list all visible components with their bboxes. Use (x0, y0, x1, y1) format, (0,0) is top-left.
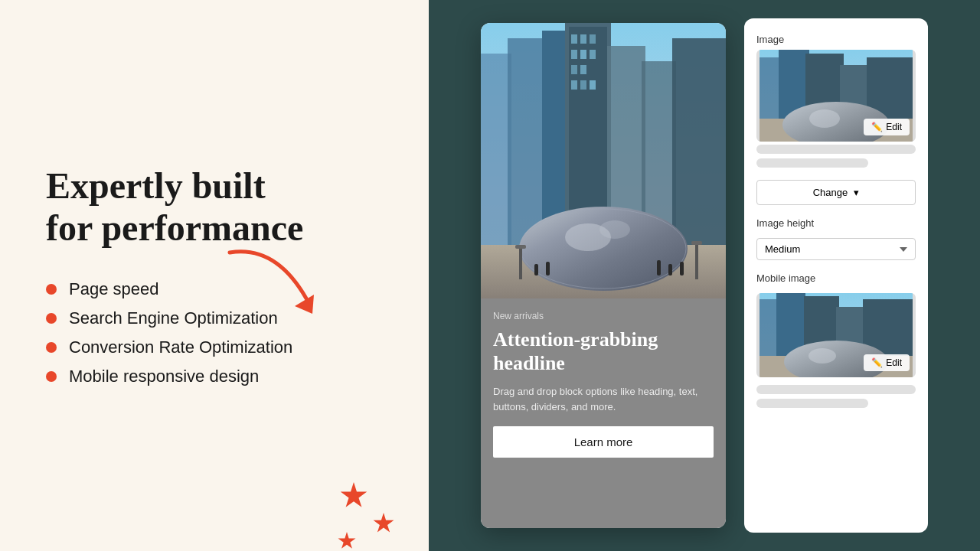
image-section: Image (756, 34, 916, 168)
pencil-icon: ✏️ (871, 357, 883, 368)
bullet-dot (46, 284, 57, 295)
bullet-text: Page speed (69, 279, 158, 299)
mobile-edit-button-label: Edit (886, 357, 902, 368)
image-edit-button[interactable]: ✏️ Edit (864, 119, 910, 135)
mobile-preview-card: New arrivals Attention-grabbing headline… (481, 23, 726, 528)
svg-rect-12 (590, 50, 596, 59)
svg-rect-27 (546, 262, 550, 276)
text-line (756, 399, 868, 408)
city-image (481, 23, 726, 298)
headline-line1: Expertly built (46, 165, 266, 206)
settings-panel: Image (744, 18, 928, 533)
bullet-text: Mobile responsive design (69, 367, 259, 386)
image-height-section: Image height Medium Small Large (756, 217, 916, 260)
image-height-select[interactable]: Medium Small Large (756, 238, 916, 260)
left-panel: Expertly built for performance Page spee… (0, 0, 429, 551)
sparkle-icon (338, 532, 356, 550)
svg-point-52 (808, 348, 836, 364)
preview-tag: New arrivals (493, 311, 714, 321)
bullet-text: Conversion Rate Optimization (69, 337, 292, 357)
svg-rect-26 (534, 264, 538, 276)
svg-rect-16 (580, 80, 586, 90)
change-button[interactable]: Change ▾ (756, 180, 916, 205)
svg-rect-20 (672, 38, 726, 253)
change-button-label: Change (813, 187, 848, 198)
preview-headline: Attention-grabbing headline (493, 328, 714, 375)
sparkle-icon (373, 513, 394, 534)
image-section-label: Image (756, 34, 916, 45)
mobile-text-lines (756, 385, 916, 408)
svg-point-22 (519, 207, 688, 291)
svg-rect-31 (519, 245, 522, 279)
image-height-label: Image height (756, 217, 916, 229)
svg-rect-2 (481, 54, 511, 253)
svg-rect-11 (580, 50, 586, 59)
svg-rect-10 (571, 50, 577, 59)
svg-rect-17 (590, 80, 596, 90)
svg-rect-9 (590, 34, 596, 44)
svg-rect-34 (691, 241, 702, 245)
svg-rect-32 (515, 245, 526, 249)
mobile-image-thumbnail: ✏️ Edit (756, 293, 916, 377)
svg-rect-15 (571, 80, 577, 90)
svg-rect-33 (695, 241, 698, 279)
pencil-icon: ✏️ (871, 122, 883, 132)
preview-image-container (481, 23, 726, 298)
preview-body-text: Drag and drop block options like heading… (493, 384, 714, 414)
list-item: Mobile responsive design (46, 367, 383, 386)
edit-button-label: Edit (886, 122, 902, 132)
svg-rect-13 (571, 65, 577, 74)
svg-rect-8 (580, 34, 586, 44)
preview-content-area: New arrivals Attention-grabbing headline… (481, 298, 726, 528)
image-text-lines (756, 145, 916, 168)
text-line (756, 158, 868, 168)
svg-point-43 (809, 109, 840, 128)
text-line (756, 385, 916, 394)
bullet-dot (46, 342, 57, 353)
svg-rect-28 (657, 260, 661, 276)
svg-rect-29 (668, 264, 672, 276)
svg-rect-14 (580, 65, 586, 74)
bullet-dot (46, 371, 57, 382)
mobile-image-label: Mobile image (756, 272, 916, 284)
center-right-area: New arrivals Attention-grabbing headline… (429, 0, 980, 551)
mobile-image-edit-button[interactable]: ✏️ Edit (864, 354, 910, 371)
image-thumbnail: ✏️ Edit (756, 50, 916, 142)
svg-rect-30 (680, 262, 684, 276)
svg-rect-7 (571, 34, 577, 44)
headline: Expertly built for performance (46, 165, 383, 249)
mobile-image-section: Mobile image (756, 272, 916, 408)
chevron-down-icon: ▾ (854, 187, 859, 198)
bullet-dot (46, 313, 57, 324)
sparkle-icon (340, 482, 368, 510)
learn-more-button[interactable]: Learn more (493, 426, 714, 458)
arrow-decoration (214, 237, 337, 329)
list-item: Conversion Rate Optimization (46, 337, 383, 357)
text-line (756, 145, 916, 154)
svg-point-25 (599, 220, 630, 239)
